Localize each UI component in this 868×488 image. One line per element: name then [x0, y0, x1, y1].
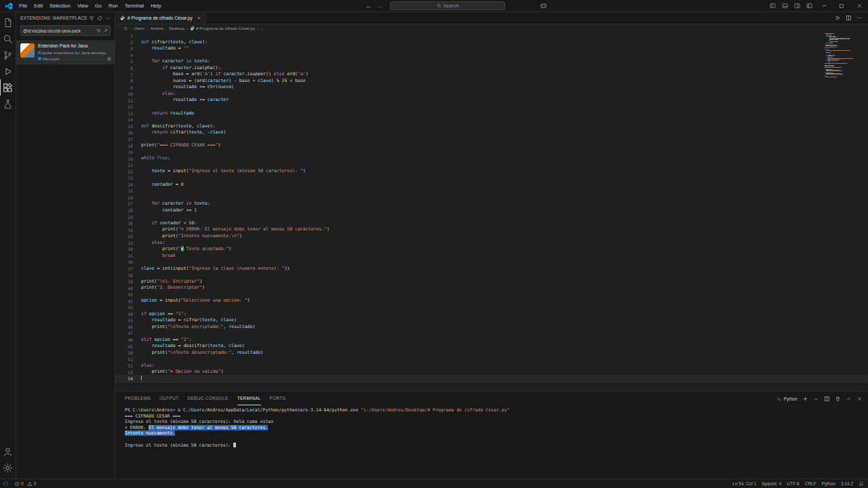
close-tab-icon[interactable]: ×: [197, 15, 201, 21]
extensions-search-box[interactable]: [20, 25, 111, 36]
close-window-button[interactable]: [850, 0, 868, 12]
editor-tab[interactable]: # Programa de cifrado César.py ×: [115, 12, 206, 24]
more-actions-icon[interactable]: [105, 16, 111, 21]
code-line[interactable]: 17: [115, 136, 868, 143]
activity-item-testing[interactable]: [0, 96, 16, 112]
forward-arrow-icon[interactable]: →: [374, 3, 386, 9]
code-line[interactable]: 29: [115, 214, 868, 220]
code-line[interactable]: 1: [115, 33, 868, 39]
terminal-line[interactable]: [125, 436, 868, 443]
extensions-search-input[interactable]: [23, 28, 94, 33]
status-cursor-position[interactable]: Ln 54, Col 1: [732, 481, 756, 486]
activity-item-extensions[interactable]: [0, 79, 16, 96]
code-line[interactable]: 21: [115, 162, 868, 169]
kill-terminal-icon[interactable]: [835, 396, 841, 402]
toggle-sidebar-icon[interactable]: [768, 0, 776, 12]
terminal-line[interactable]: Ingrese el texto (mínimo 50 caracteres):…: [125, 419, 868, 425]
code-line[interactable]: 12: [115, 104, 868, 110]
code-line[interactable]: 23: [115, 175, 868, 182]
activity-item-account[interactable]: [0, 443, 16, 460]
status-encoding[interactable]: UTF-8: [787, 481, 799, 486]
panel-tab-ports[interactable]: PORTS: [270, 392, 286, 405]
back-arrow-icon[interactable]: ←: [363, 3, 374, 9]
terminal-line[interactable]: PS C:\Users\Andres> & C:/Users/Andres/Ap…: [125, 407, 868, 413]
code-line[interactable]: 20while True:: [115, 155, 868, 162]
terminal-line[interactable]: ✖ ERROR: El mensaje debe tener al menos …: [125, 425, 868, 431]
status-language-mode[interactable]: Python: [822, 481, 835, 486]
breadcrumb-item[interactable]: Andres: [150, 26, 163, 30]
code-line[interactable]: 43: [115, 304, 868, 311]
code-line[interactable]: 41: [115, 291, 868, 298]
code-editor[interactable]: 12def cifrar(texto, clave):3 resultado =…: [115, 31, 868, 391]
code-line[interactable]: 32 print("Intente nuevamente.\n"): [115, 233, 868, 240]
copilot-icon[interactable]: [540, 2, 547, 9]
code-line[interactable]: 14: [115, 117, 868, 123]
breadcrumb-item[interactable]: Desktop: [169, 26, 184, 30]
minimize-button[interactable]: [815, 0, 833, 12]
code-line[interactable]: 39print("\n1. Encriptar"): [115, 279, 868, 285]
search-box[interactable]: Search: [390, 1, 505, 10]
chevron-down-icon[interactable]: [813, 396, 819, 402]
breadcrumb-item[interactable]: ...: [260, 26, 264, 30]
split-editor-icon[interactable]: [846, 15, 852, 21]
code-line[interactable]: 11 resultado += caracter: [115, 97, 868, 104]
maximize-panel-icon[interactable]: [846, 396, 852, 402]
code-line[interactable]: 24 contador = 0: [115, 182, 868, 188]
refresh-icon[interactable]: [97, 16, 102, 21]
code-line[interactable]: 47: [115, 330, 868, 337]
code-line[interactable]: 46 print("\nTexto encriptado:", resultad…: [115, 324, 868, 331]
terminal-line[interactable]: Ingrese el texto (mínimo 50 caracteres):: [125, 443, 868, 449]
notifications-bell-icon[interactable]: [859, 481, 864, 487]
code-line[interactable]: 52else:: [115, 363, 868, 369]
code-line[interactable]: 9 resultado += chr(nuevo): [115, 84, 868, 91]
terminal-line[interactable]: Intente nuevamente.: [125, 430, 868, 436]
menu-run[interactable]: Run: [105, 0, 121, 12]
panel-tab-terminal[interactable]: TERMINAL: [237, 392, 261, 405]
code-line[interactable]: 34 print("✔ Texto aceptado."): [115, 246, 868, 253]
code-line[interactable]: 51: [115, 356, 868, 363]
code-line[interactable]: 40print("2. Desencriptar"): [115, 285, 868, 291]
code-line[interactable]: 3 resultado = "": [115, 45, 868, 52]
code-line[interactable]: 8 nuevo = (ord(caracter) - base + clave)…: [115, 78, 868, 85]
breadcrumb-item[interactable]: C:: [124, 26, 128, 30]
activity-item-run-and-debug[interactable]: [0, 63, 16, 79]
terminal-profile[interactable]: Python: [776, 396, 797, 401]
activity-item-settings[interactable]: [0, 460, 16, 476]
activity-item-source-control[interactable]: [0, 47, 16, 63]
extension-manage-gear-icon[interactable]: [106, 56, 112, 62]
toggle-panel-icon[interactable]: [781, 0, 789, 12]
close-panel-icon[interactable]: [856, 396, 863, 402]
extension-list-item[interactable]: Extension Pack for Java Popular extensio…: [16, 40, 115, 64]
code-line[interactable]: 44if opcion == "1":: [115, 311, 868, 318]
open-in-editor-icon[interactable]: [103, 28, 108, 33]
code-line[interactable]: 45 resultado = cifrar(texto, clave): [115, 317, 868, 324]
filter-icon[interactable]: [89, 16, 94, 21]
terminal-output[interactable]: PS C:\Users\Andres> & C:/Users/Andres/Ap…: [115, 405, 868, 479]
code-line[interactable]: 4: [115, 52, 868, 59]
status-indentation[interactable]: Spaces: 4: [762, 481, 781, 486]
breadcrumb-item[interactable]: # Programa de cifrado César.py: [190, 26, 255, 30]
code-line[interactable]: 22 texto = input("Ingrese el texto (míni…: [115, 168, 868, 175]
customize-layout-icon[interactable]: [805, 0, 813, 12]
code-line[interactable]: 49 resultado = descifrar(texto, clave): [115, 343, 868, 350]
remote-indicator-icon[interactable]: [3, 481, 9, 487]
code-line[interactable]: 50 print("\nTexto desencriptado:", resul…: [115, 350, 868, 357]
new-terminal-icon[interactable]: [802, 396, 808, 402]
code-line[interactable]: 13 return resultado: [115, 110, 868, 117]
panel-tab-output[interactable]: OUTPUT: [159, 392, 178, 405]
code-line[interactable]: 53 print("✖ Opcion no valida"): [115, 369, 868, 375]
code-line[interactable]: 28 contador += 1: [115, 207, 868, 214]
filter-icon[interactable]: [96, 28, 101, 33]
menu-selection[interactable]: Selection: [46, 0, 74, 12]
code-line[interactable]: 15def descifrar(texto, clave):: [115, 123, 868, 130]
code-line[interactable]: 54: [115, 375, 868, 382]
code-line[interactable]: 25: [115, 188, 868, 195]
code-line[interactable]: 19: [115, 149, 868, 156]
code-line[interactable]: 48elif opcion == "2":: [115, 337, 868, 344]
code-line[interactable]: 5 for caracter in texto:: [115, 58, 868, 65]
code-line[interactable]: 31 print("✖ ERROR: El mensaje debe tener…: [115, 226, 868, 233]
code-line[interactable]: 6 if caracter.isalpha():: [115, 65, 868, 72]
menu-help[interactable]: Help: [147, 0, 164, 12]
menu-go[interactable]: Go: [92, 0, 105, 12]
menu-terminal[interactable]: Terminal: [121, 0, 147, 12]
